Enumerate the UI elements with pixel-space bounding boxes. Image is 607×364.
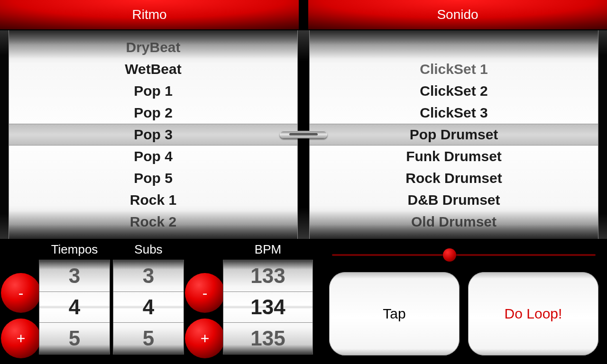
picker-item[interactable]: WetBeat bbox=[9, 58, 297, 80]
do-loop-button[interactable]: Do Loop! bbox=[468, 272, 598, 355]
bpm-picker[interactable]: 133134135 bbox=[223, 260, 313, 355]
tiempos-plus-button[interactable]: + bbox=[1, 318, 41, 358]
tab-divider bbox=[299, 0, 308, 30]
picker-item[interactable]: ClickSet 2 bbox=[310, 80, 598, 102]
picker-item[interactable]: Pop Drumset bbox=[310, 124, 598, 146]
picker-item[interactable]: D&B Drumset bbox=[310, 189, 598, 211]
tab-sound[interactable]: Sonido bbox=[308, 0, 607, 30]
tiempos-picker[interactable]: 345 bbox=[39, 260, 110, 355]
mini-picker-item[interactable]: 4 bbox=[39, 291, 110, 323]
bpm-minus-button[interactable]: - bbox=[185, 273, 225, 313]
picker-item[interactable]: Pop 5 bbox=[9, 167, 297, 189]
mini-picker-item[interactable]: 3 bbox=[113, 260, 184, 291]
mini-picker-item[interactable]: 133 bbox=[223, 260, 313, 291]
picker-item[interactable]: ClickSet 1 bbox=[310, 58, 598, 80]
mini-picker-item[interactable]: 135 bbox=[223, 323, 313, 354]
rhythm-picker[interactable]: DryBeatWetBeatPop 1Pop 2Pop 3Pop 4Pop 5R… bbox=[9, 30, 298, 239]
wheel-edge-left bbox=[0, 30, 9, 239]
slider-thumb[interactable] bbox=[443, 248, 456, 262]
bpm-plus-button[interactable]: + bbox=[185, 318, 225, 358]
picker-item[interactable]: Old Drumset bbox=[310, 211, 598, 233]
mini-picker-item[interactable]: 134 bbox=[223, 291, 313, 323]
tiempos-label: Tiempos bbox=[39, 239, 110, 260]
picker-item[interactable]: Pop 3 bbox=[9, 124, 297, 146]
drag-grip-icon[interactable] bbox=[280, 131, 327, 138]
mini-picker-item[interactable]: 3 bbox=[39, 260, 110, 291]
picker-item[interactable]: Funk Drumset bbox=[310, 146, 598, 167]
bpm-label: BPM bbox=[223, 239, 313, 260]
picker-item[interactable]: Rock 1 bbox=[9, 189, 297, 211]
picker-item[interactable]: Pop 4 bbox=[9, 146, 297, 167]
picker-item[interactable]: DryBeat bbox=[9, 36, 297, 58]
tab-rhythm[interactable]: Ritmo bbox=[0, 0, 299, 30]
picker-item[interactable]: Rock 2 bbox=[9, 211, 297, 233]
wheel-edge-right bbox=[598, 30, 607, 239]
picker-item[interactable]: ClickSet 3 bbox=[310, 102, 598, 124]
tap-button[interactable]: Tap bbox=[329, 272, 460, 355]
subs-picker[interactable]: 345 bbox=[113, 260, 184, 355]
tempo-slider[interactable] bbox=[332, 246, 596, 264]
subs-label: Subs bbox=[113, 239, 184, 260]
mini-picker-item[interactable]: 5 bbox=[39, 323, 110, 354]
picker-item[interactable]: Pop 1 bbox=[9, 80, 297, 102]
slider-track bbox=[332, 254, 596, 256]
mini-picker-item[interactable]: 4 bbox=[113, 291, 184, 323]
picker-item[interactable]: Rock Drumset bbox=[310, 167, 598, 189]
picker-item[interactable]: Pop 2 bbox=[9, 102, 297, 124]
mini-picker-item[interactable]: 5 bbox=[113, 323, 184, 354]
sound-picker[interactable]: ClickSet 1ClickSet 2ClickSet 3Pop Drumse… bbox=[309, 30, 598, 239]
tiempos-minus-button[interactable]: - bbox=[1, 273, 41, 313]
